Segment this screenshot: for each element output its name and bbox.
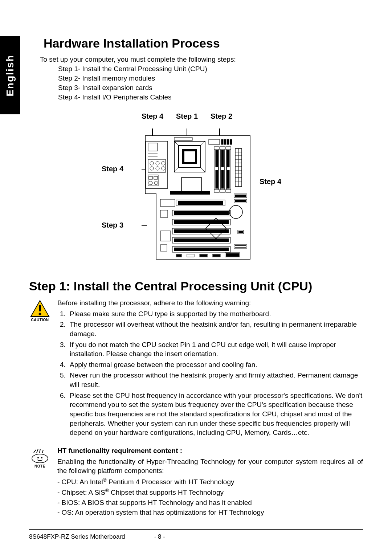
caution-lead: Before installing the processor, adhere … xyxy=(57,298,363,308)
svg-rect-98 xyxy=(235,245,246,246)
note-cpu: - CPU: An Intel® Pentium 4 Processor wit… xyxy=(57,477,363,487)
caution-caption: CAUTION xyxy=(31,318,49,322)
setup-step-3: Step 3- Install expansion cards xyxy=(58,84,363,92)
caution-item-1: Please make sure the CPU type is support… xyxy=(68,309,363,319)
svg-rect-68 xyxy=(170,191,210,195)
svg-rect-77 xyxy=(174,220,229,224)
svg-rect-45 xyxy=(227,170,229,188)
svg-rect-49 xyxy=(214,189,219,192)
diagram-label-step4-right: Step 4 xyxy=(260,177,281,186)
svg-rect-85 xyxy=(174,248,229,251)
svg-line-109 xyxy=(37,449,38,453)
note-block: NOTE HT functionality requirement conten… xyxy=(29,446,363,518)
diagram-label-step4-top: Step 4 xyxy=(142,112,163,121)
svg-rect-41 xyxy=(216,170,218,188)
svg-line-110 xyxy=(40,449,40,453)
motherboard-diagram: Step 4 Step 1 Step 2 Step 4 Step 4 Step … xyxy=(94,112,298,268)
setup-step-2: Step 2- Install memory modules xyxy=(58,74,363,82)
svg-point-107 xyxy=(41,457,42,458)
footer-page-number: - 8 - xyxy=(154,533,165,540)
setup-steps-list: Step 1- Install the Central Processing U… xyxy=(58,65,363,101)
note-bios: - BIOS: A BIOS that supports HT Technolo… xyxy=(57,498,363,507)
svg-rect-94 xyxy=(213,254,220,257)
caution-item-3: If you do not match the CPU socket Pin 1… xyxy=(68,340,363,359)
svg-rect-50 xyxy=(220,189,225,192)
note-body: HT functionality requirement content : E… xyxy=(57,446,363,518)
svg-point-106 xyxy=(37,457,39,458)
page-footer: 8S648FXP-RZ Series Motherboard - 8 - xyxy=(29,533,363,540)
svg-line-108 xyxy=(34,450,36,453)
svg-line-111 xyxy=(42,450,43,453)
setup-step-4: Step 4- Install I/O Peripherals Cables xyxy=(58,93,363,101)
note-icon-wrap: NOTE xyxy=(29,448,51,518)
caution-list: Please make sure the CPU type is support… xyxy=(68,309,363,437)
section-title-step1: Step 1: Install the Central Processing U… xyxy=(29,279,363,293)
caution-icon-wrap: CAUTION xyxy=(29,300,51,439)
svg-rect-47 xyxy=(220,147,225,150)
svg-rect-75 xyxy=(174,211,229,215)
diagram-label-step2-top: Step 2 xyxy=(211,112,232,121)
svg-rect-79 xyxy=(174,229,229,233)
section-title-hardware-installation: Hardware Installation Process xyxy=(44,36,363,50)
diagram-label-step4-left: Step 4 xyxy=(102,165,123,173)
note-chipset: - Chipset: A SiS® Chipset that supports … xyxy=(57,487,363,497)
svg-point-105 xyxy=(32,454,48,463)
note-title: HT functionality requirement content : xyxy=(57,446,363,456)
svg-rect-95 xyxy=(226,253,239,255)
svg-rect-93 xyxy=(200,254,207,257)
svg-rect-48 xyxy=(226,147,231,150)
footer-product: 8S648FXP-RZ Series Motherboard xyxy=(29,533,152,540)
note-lead: Enabling the functionality of Hyper-Thre… xyxy=(57,457,363,476)
svg-rect-66 xyxy=(235,200,246,202)
note-os: - OS: An operation system that has optim… xyxy=(57,508,363,517)
svg-rect-46 xyxy=(214,147,219,150)
svg-rect-42 xyxy=(221,150,224,167)
svg-rect-34 xyxy=(224,139,226,144)
note-caption: NOTE xyxy=(34,464,45,468)
caution-body: Before installing the processor, adhere … xyxy=(57,298,363,439)
svg-rect-65 xyxy=(235,195,246,197)
caution-triangle-icon xyxy=(30,300,50,317)
page-content: Hardware Installation Process To set up … xyxy=(0,0,392,555)
svg-rect-36 xyxy=(230,139,232,144)
note-hand-icon xyxy=(31,448,49,464)
caution-item-2: The processor will overheat without the … xyxy=(68,320,363,338)
setup-step-1: Step 1- Install the Central Processing U… xyxy=(58,65,363,73)
intro-text: To set up your computer, you must comple… xyxy=(40,56,363,64)
svg-rect-99 xyxy=(235,247,246,248)
diagram-label-step3-left: Step 3 xyxy=(102,221,123,229)
caution-item-5: Never run the processor without the heat… xyxy=(68,371,363,389)
diagram-label-step1-top: Step 1 xyxy=(176,112,198,121)
svg-point-104 xyxy=(39,313,41,315)
footer-rule xyxy=(29,529,363,530)
svg-rect-92 xyxy=(176,254,181,257)
svg-rect-51 xyxy=(226,189,231,192)
svg-rect-43 xyxy=(221,170,224,188)
svg-rect-72 xyxy=(178,201,223,205)
svg-rect-101 xyxy=(238,231,243,233)
caution-block: CAUTION Before installing the processor,… xyxy=(29,298,363,439)
motherboard-svg xyxy=(142,128,250,266)
svg-rect-33 xyxy=(221,139,223,144)
svg-rect-82 xyxy=(174,238,229,242)
svg-rect-26 xyxy=(184,151,195,162)
svg-rect-40 xyxy=(216,150,218,167)
caution-item-4: Apply thermal grease between the process… xyxy=(68,360,363,370)
svg-rect-96 xyxy=(226,255,239,257)
svg-rect-44 xyxy=(227,150,229,167)
svg-rect-35 xyxy=(227,139,229,144)
svg-rect-103 xyxy=(39,305,41,311)
caution-item-6: Please set the CPU host frequency in acc… xyxy=(68,391,363,437)
